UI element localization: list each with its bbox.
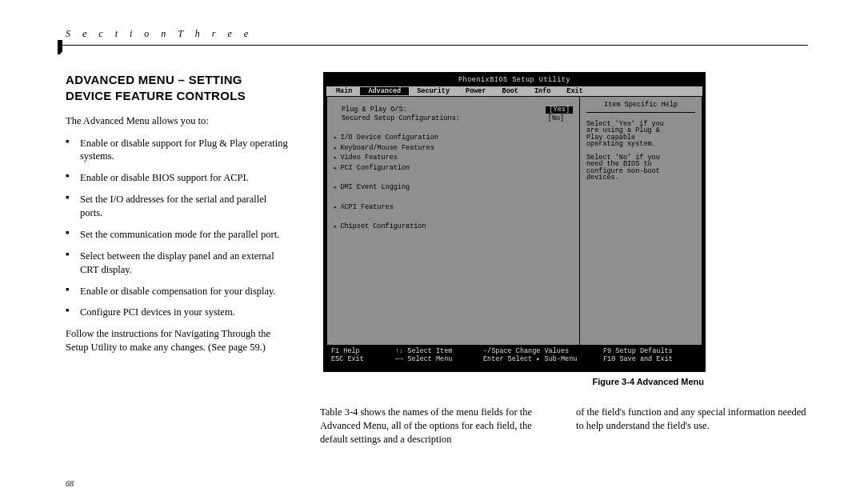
bios-screenshot: PhoenixBIOS Setup Utility Main Advanced … — [323, 72, 706, 372]
bios-title: PhoenixBIOS Setup Utility — [326, 75, 702, 86]
left-column: ADVANCED MENU – SETTING DEVICE FEATURE C… — [66, 72, 290, 446]
bios-footer-key: F1 Help — [331, 348, 395, 355]
title-line-2: DEVICE FEATURE CONTROLS — [66, 89, 246, 102]
header-rule — [66, 45, 808, 50]
body-col-2: of the field's function and any special … — [576, 406, 808, 446]
bios-submenu[interactable]: I/O Device Configuration — [334, 133, 573, 143]
bios-footer-key: ESC Exit — [331, 356, 395, 363]
body-col-1: Table 3-4 shows the names of the menu fi… — [320, 406, 552, 446]
bios-submenu[interactable]: Video Features — [334, 153, 573, 163]
bios-footer-key: F10 Save and Exit — [603, 356, 707, 363]
bios-option-label: Secured Setup Configurations: — [334, 115, 539, 122]
bios-footer-key: -/Space Change Values — [483, 348, 603, 355]
body-text-columns: Table 3-4 shows the names of the menu fi… — [320, 406, 808, 446]
bios-footer-key: Enter Select ▸ Sub-Menu — [483, 356, 603, 363]
bios-option-row[interactable]: Plug & Play O/S: [Yes] — [334, 106, 573, 114]
bios-tab-security[interactable]: Security — [409, 87, 458, 96]
bios-help-line: devices. — [586, 174, 695, 182]
bios-tab-info[interactable]: Info — [526, 87, 558, 96]
list-item: Enable or disable compensation for your … — [77, 285, 290, 298]
bios-submenu[interactable]: Keyboard/Mouse Features — [334, 143, 573, 154]
bios-submenu[interactable]: DMI Event Logging — [334, 182, 573, 193]
follow-text: Follow the instructions for Navigating T… — [66, 327, 290, 354]
bios-footer-key: F9 Setup Defaults — [603, 348, 707, 355]
bios-tab-exit[interactable]: Exit — [558, 87, 590, 96]
bios-tab-boot[interactable]: Boot — [494, 87, 526, 96]
list-item: Enable or disable BIOS support for ACPI. — [77, 171, 290, 185]
bios-submenu[interactable]: ACPI Features — [334, 202, 573, 213]
bios-help-panel: Item Specific Help Select 'Yes' if you a… — [580, 97, 702, 345]
bios-main-panel: Plug & Play O/S: [Yes] Secured Setup Con… — [327, 97, 580, 345]
page-number: 68 — [66, 479, 74, 488]
bios-option-value[interactable]: [No] — [539, 115, 573, 122]
bios-option-value[interactable]: [Yes] — [546, 106, 573, 114]
page-title: ADVANCED MENU – SETTING DEVICE FEATURE C… — [66, 72, 290, 103]
figure-caption: Figure 3-4 Advanced Menu — [323, 377, 706, 386]
feature-list: Enable or disable support for Plug & Pla… — [66, 137, 290, 320]
right-column: PhoenixBIOS Setup Utility Main Advanced … — [320, 72, 808, 446]
bios-option-row[interactable]: Secured Setup Configurations: [No] — [334, 115, 573, 122]
bios-tab-main[interactable]: Main — [328, 87, 360, 96]
list-item: Select between the display panel and an … — [77, 250, 290, 277]
list-item: Configure PCI devices in your system. — [77, 306, 290, 319]
bios-submenu[interactable]: PCI Configuration — [334, 163, 573, 174]
lead-text: The Advanced Menu allows you to: — [66, 114, 290, 129]
divider — [58, 45, 808, 46]
bios-help-title: Item Specific Help — [586, 102, 695, 113]
list-item: Set the communication mode for the paral… — [77, 228, 290, 242]
list-item: Enable or disable support for Plug & Pla… — [77, 137, 290, 164]
bios-tab-bar: Main Advanced Security Power Boot Info E… — [326, 86, 702, 97]
title-line-1: ADVANCED MENU – SETTING — [66, 73, 242, 86]
bios-footer: F1 Help ↑↓ Select Item -/Space Change Va… — [326, 346, 702, 364]
bios-footer-key: ←→ Select Menu — [395, 356, 483, 363]
section-label: S e c t i o n T h r e e — [66, 28, 808, 40]
bios-tab-advanced[interactable]: Advanced — [360, 87, 409, 96]
bios-tab-power[interactable]: Power — [458, 87, 494, 96]
list-item: Set the I/O addresses for the serial and… — [77, 193, 290, 220]
tab-marker-icon — [58, 40, 62, 51]
bios-footer-key: ↑↓ Select Item — [395, 348, 483, 355]
bios-option-label: Plug & Play O/S: — [334, 106, 546, 114]
bios-submenu[interactable]: Chipset Configuration — [334, 222, 573, 232]
bios-help-line: operating system. — [586, 141, 695, 148]
